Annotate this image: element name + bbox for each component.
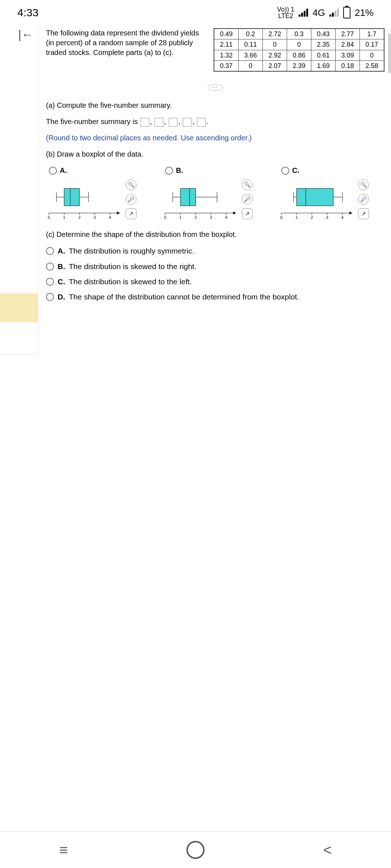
input-blank-2[interactable] [155,118,163,127]
svg-text:3: 3 [210,215,212,220]
scrollbar[interactable] [388,33,391,73]
input-blank-4[interactable] [183,118,192,127]
popout-icon[interactable]: ↗ [358,208,369,219]
data-cell: 0.3 [287,29,311,39]
question-panel: The following data represent the dividen… [38,25,391,355]
boxplot-A: 01234 [46,178,122,221]
zoom-out-icon[interactable]: 🔎 [242,194,253,205]
data-cell: 2.39 [287,60,311,71]
radio-option-C[interactable] [281,167,289,175]
svg-marker-19 [233,212,236,214]
network-label: 4G [312,7,325,18]
svg-rect-34 [180,188,196,206]
svg-text:0: 0 [164,215,166,220]
data-cell: 1.69 [311,60,336,71]
radio-icon[interactable] [46,293,54,301]
popout-icon[interactable]: ↗ [126,208,136,219]
boxplot-option: C. 01234 🔍 🔎 ↗ [278,166,384,221]
data-cell: 2.11 [214,39,239,50]
data-cell: 0.18 [336,60,360,71]
svg-text:3: 3 [94,215,96,220]
zoom-in-icon[interactable]: 🔍 [126,179,136,190]
status-bar: 4:33 Vo)) 1 LTE2 4G 21% [0,0,391,25]
svg-text:2: 2 [194,215,197,220]
distro-option[interactable]: D.The shape of the distribution cannot b… [46,292,384,302]
option-label: B. [176,166,183,175]
option-label: C. [292,166,299,175]
boxplot-C: 01234 [278,178,354,221]
boxplot-option: B. 01234 🔍 🔎 ↗ [162,166,268,221]
radio-icon[interactable] [46,263,54,271]
zoom-out-icon[interactable]: 🔎 [358,194,369,205]
signal-bars-1-icon [299,9,308,17]
home-button[interactable] [186,841,205,859]
highlight-tab[interactable] [0,293,38,322]
popout-icon[interactable]: ↗ [242,208,253,219]
rounding-hint: (Round to two decimal places as needed. … [46,133,384,143]
svg-marker-1 [117,212,120,214]
radio-icon[interactable] [46,278,54,286]
input-blank-1[interactable] [140,118,149,127]
data-cell: 0.86 [287,50,311,60]
data-cell: 2.77 [336,29,360,39]
svg-text:1: 1 [63,215,65,220]
zoom-out-icon[interactable]: 🔎 [126,194,136,205]
part-c-prompt: (c) Determine the shape of the distribut… [46,230,384,239]
recent-apps-button[interactable]: ≡ [59,842,68,858]
battery-percent: 21% [355,7,374,18]
svg-text:4: 4 [109,215,111,220]
data-cell: 0.61 [311,50,336,60]
svg-text:0: 0 [48,215,50,220]
boxplot-option: A. 01234 🔍 🔎 ↗ [46,166,152,221]
svg-text:2: 2 [78,215,80,220]
svg-marker-37 [349,212,352,214]
data-cell: 0.2 [239,29,263,39]
svg-text:0: 0 [280,215,282,220]
input-blank-5[interactable] [197,118,206,127]
data-cell: 2.84 [336,39,360,50]
data-cell: 0.17 [360,39,384,50]
data-cell: 2.92 [263,50,287,60]
battery-icon [343,7,350,18]
android-nav-bar: ≡ < [0,831,391,868]
question-intro: The following data represent the dividen… [46,28,208,72]
sidebar-divider [0,354,38,355]
radio-icon[interactable] [46,247,54,255]
data-cell: 2.58 [360,60,384,71]
svg-text:1: 1 [295,215,298,220]
collapse-icon[interactable]: |← [0,25,38,42]
svg-rect-16 [64,188,79,206]
back-button[interactable]: < [323,842,332,858]
zoom-in-icon[interactable]: 🔍 [242,179,253,190]
data-cell: 0 [287,39,311,50]
input-blank-3[interactable] [169,118,177,127]
svg-text:3: 3 [326,215,328,220]
data-cell: 0 [263,39,287,50]
data-cell: 1.7 [360,29,384,39]
expand-icon[interactable]: ••• [208,85,223,90]
five-number-line: The five-number summary is , , , , . [46,117,384,127]
distro-option[interactable]: B.The distribution is skewed to the righ… [46,261,384,272]
radio-option-A[interactable] [49,167,57,175]
data-cell: 0.49 [214,29,239,39]
volte-indicator: Vo)) 1 LTE2 [277,6,294,19]
data-cell: 3.09 [336,50,360,60]
data-cell: 2.72 [263,29,287,39]
part-a-prompt: (a) Compute the five-number summary. [46,101,384,110]
part-b-prompt: (b) Draw a boxplot of the data. [46,149,384,159]
data-cell: 0 [360,50,384,60]
data-cell: 1.32 [214,50,239,60]
data-cell: 0.37 [214,60,239,71]
zoom-in-icon[interactable]: 🔍 [358,179,369,190]
svg-rect-52 [297,188,333,206]
radio-option-B[interactable] [165,167,173,175]
boxplot-B: 01234 [162,178,238,221]
data-cell: 0.43 [311,29,336,39]
svg-text:1: 1 [179,215,181,220]
data-cell: 0 [239,60,263,71]
data-cell: 2.07 [263,60,287,71]
data-cell: 2.35 [311,39,336,50]
distro-option[interactable]: A.The distribution is roughly symmetric. [46,246,384,256]
signal-bars-2-icon [329,9,339,17]
distro-option[interactable]: C.The distribution is skewed to the left… [46,277,384,287]
